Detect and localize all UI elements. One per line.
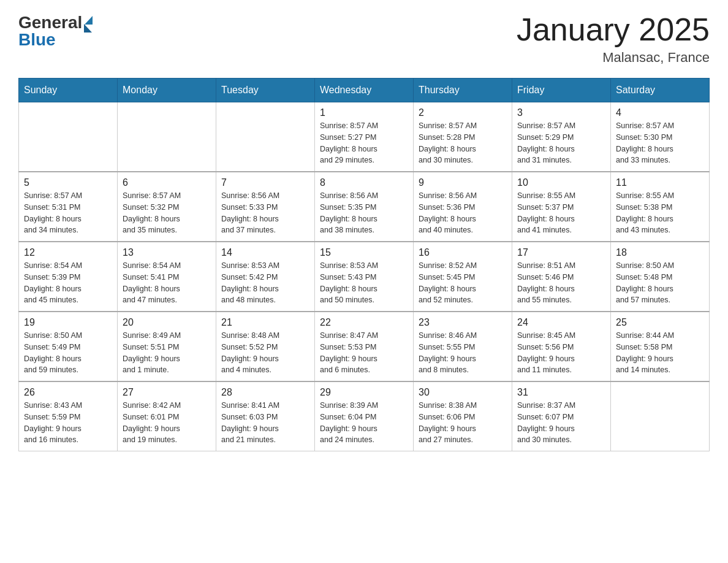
day-number: 29 <box>320 387 408 398</box>
day-info: Sunrise: 8:57 AM Sunset: 5:32 PM Dayligh… <box>123 190 211 236</box>
day-info: Sunrise: 8:53 AM Sunset: 5:42 PM Dayligh… <box>221 260 309 306</box>
calendar-cell: 26Sunrise: 8:43 AM Sunset: 5:59 PM Dayli… <box>19 381 118 451</box>
logo-general-text: General <box>18 13 82 33</box>
day-number: 31 <box>517 387 605 398</box>
calendar-cell: 9Sunrise: 8:56 AM Sunset: 5:36 PM Daylig… <box>414 172 512 242</box>
calendar-cell: 12Sunrise: 8:54 AM Sunset: 5:39 PM Dayli… <box>19 242 118 312</box>
calendar-cell: 6Sunrise: 8:57 AM Sunset: 5:32 PM Daylig… <box>118 172 216 242</box>
day-number: 13 <box>123 247 211 258</box>
day-number: 11 <box>616 177 704 188</box>
column-header-tuesday: Tuesday <box>216 79 315 102</box>
day-info: Sunrise: 8:54 AM Sunset: 5:41 PM Dayligh… <box>123 260 211 306</box>
day-number: 23 <box>419 317 507 328</box>
calendar-cell: 21Sunrise: 8:48 AM Sunset: 5:52 PM Dayli… <box>216 312 315 381</box>
day-number: 2 <box>419 107 507 118</box>
day-info: Sunrise: 8:51 AM Sunset: 5:46 PM Dayligh… <box>517 260 605 306</box>
day-info: Sunrise: 8:56 AM Sunset: 5:36 PM Dayligh… <box>419 190 507 236</box>
calendar-cell <box>118 102 216 172</box>
calendar-cell: 14Sunrise: 8:53 AM Sunset: 5:42 PM Dayli… <box>216 242 315 312</box>
day-number: 12 <box>24 247 112 258</box>
day-number: 30 <box>419 387 507 398</box>
day-info: Sunrise: 8:54 AM Sunset: 5:39 PM Dayligh… <box>24 260 112 306</box>
day-info: Sunrise: 8:50 AM Sunset: 5:49 PM Dayligh… <box>24 330 112 376</box>
calendar-cell: 28Sunrise: 8:41 AM Sunset: 6:03 PM Dayli… <box>216 381 315 451</box>
day-info: Sunrise: 8:53 AM Sunset: 5:43 PM Dayligh… <box>320 260 408 306</box>
calendar-cell <box>216 102 315 172</box>
column-header-friday: Friday <box>512 79 611 102</box>
day-info: Sunrise: 8:41 AM Sunset: 6:03 PM Dayligh… <box>221 400 309 446</box>
calendar-cell: 4Sunrise: 8:57 AM Sunset: 5:30 PM Daylig… <box>611 102 710 172</box>
calendar-cell: 11Sunrise: 8:55 AM Sunset: 5:38 PM Dayli… <box>611 172 710 242</box>
column-header-sunday: Sunday <box>19 79 118 102</box>
calendar-week-row: 12Sunrise: 8:54 AM Sunset: 5:39 PM Dayli… <box>19 242 710 312</box>
calendar-cell: 10Sunrise: 8:55 AM Sunset: 5:37 PM Dayli… <box>512 172 611 242</box>
day-number: 19 <box>24 317 112 328</box>
column-header-saturday: Saturday <box>611 79 710 102</box>
calendar-cell <box>19 102 118 172</box>
column-header-monday: Monday <box>118 79 216 102</box>
day-number: 7 <box>221 177 309 188</box>
day-info: Sunrise: 8:45 AM Sunset: 5:56 PM Dayligh… <box>517 330 605 376</box>
day-number: 25 <box>616 317 704 328</box>
calendar-subtitle: Malansac, France <box>517 50 710 66</box>
calendar-cell: 24Sunrise: 8:45 AM Sunset: 5:56 PM Dayli… <box>512 312 611 381</box>
page-header: General Blue January 2025 Malansac, Fran… <box>18 12 710 66</box>
day-info: Sunrise: 8:37 AM Sunset: 6:07 PM Dayligh… <box>517 400 605 446</box>
calendar-cell: 17Sunrise: 8:51 AM Sunset: 5:46 PM Dayli… <box>512 242 611 312</box>
day-info: Sunrise: 8:55 AM Sunset: 5:37 PM Dayligh… <box>517 190 605 236</box>
calendar-week-row: 19Sunrise: 8:50 AM Sunset: 5:49 PM Dayli… <box>19 312 710 381</box>
day-number: 1 <box>320 107 408 118</box>
calendar-cell: 3Sunrise: 8:57 AM Sunset: 5:29 PM Daylig… <box>512 102 611 172</box>
calendar-cell: 7Sunrise: 8:56 AM Sunset: 5:33 PM Daylig… <box>216 172 315 242</box>
day-info: Sunrise: 8:56 AM Sunset: 5:33 PM Dayligh… <box>221 190 309 236</box>
calendar-cell: 1Sunrise: 8:57 AM Sunset: 5:27 PM Daylig… <box>315 102 414 172</box>
day-info: Sunrise: 8:57 AM Sunset: 5:28 PM Dayligh… <box>419 120 507 166</box>
day-info: Sunrise: 8:46 AM Sunset: 5:55 PM Dayligh… <box>419 330 507 376</box>
column-header-wednesday: Wednesday <box>315 79 414 102</box>
calendar-cell: 5Sunrise: 8:57 AM Sunset: 5:31 PM Daylig… <box>19 172 118 242</box>
day-info: Sunrise: 8:48 AM Sunset: 5:52 PM Dayligh… <box>221 330 309 376</box>
day-number: 22 <box>320 317 408 328</box>
day-info: Sunrise: 8:50 AM Sunset: 5:48 PM Dayligh… <box>616 260 704 306</box>
day-number: 26 <box>24 387 112 398</box>
calendar-header-row: SundayMondayTuesdayWednesdayThursdayFrid… <box>19 79 710 102</box>
day-info: Sunrise: 8:57 AM Sunset: 5:27 PM Dayligh… <box>320 120 408 166</box>
calendar-cell: 23Sunrise: 8:46 AM Sunset: 5:55 PM Dayli… <box>414 312 512 381</box>
day-number: 4 <box>616 107 704 118</box>
calendar-cell: 16Sunrise: 8:52 AM Sunset: 5:45 PM Dayli… <box>414 242 512 312</box>
day-number: 27 <box>123 387 211 398</box>
day-number: 14 <box>221 247 309 258</box>
calendar-cell: 29Sunrise: 8:39 AM Sunset: 6:04 PM Dayli… <box>315 381 414 451</box>
day-info: Sunrise: 8:52 AM Sunset: 5:45 PM Dayligh… <box>419 260 507 306</box>
calendar-week-row: 1Sunrise: 8:57 AM Sunset: 5:27 PM Daylig… <box>19 102 710 172</box>
calendar-cell: 20Sunrise: 8:49 AM Sunset: 5:51 PM Dayli… <box>118 312 216 381</box>
day-info: Sunrise: 8:39 AM Sunset: 6:04 PM Dayligh… <box>320 400 408 446</box>
calendar-cell: 27Sunrise: 8:42 AM Sunset: 6:01 PM Dayli… <box>118 381 216 451</box>
day-info: Sunrise: 8:57 AM Sunset: 5:31 PM Dayligh… <box>24 190 112 236</box>
title-section: January 2025 Malansac, France <box>517 12 710 66</box>
calendar-cell: 19Sunrise: 8:50 AM Sunset: 5:49 PM Dayli… <box>19 312 118 381</box>
day-number: 24 <box>517 317 605 328</box>
day-info: Sunrise: 8:56 AM Sunset: 5:35 PM Dayligh… <box>320 190 408 236</box>
logo-blue-text: Blue <box>18 30 93 50</box>
calendar-cell: 22Sunrise: 8:47 AM Sunset: 5:53 PM Dayli… <box>315 312 414 381</box>
calendar-cell <box>611 381 710 451</box>
day-info: Sunrise: 8:49 AM Sunset: 5:51 PM Dayligh… <box>123 330 211 376</box>
day-info: Sunrise: 8:38 AM Sunset: 6:06 PM Dayligh… <box>419 400 507 446</box>
day-number: 9 <box>419 177 507 188</box>
calendar-cell: 31Sunrise: 8:37 AM Sunset: 6:07 PM Dayli… <box>512 381 611 451</box>
calendar-cell: 8Sunrise: 8:56 AM Sunset: 5:35 PM Daylig… <box>315 172 414 242</box>
calendar-cell: 25Sunrise: 8:44 AM Sunset: 5:58 PM Dayli… <box>611 312 710 381</box>
logo-wrapper: General Blue <box>18 12 93 50</box>
column-header-thursday: Thursday <box>414 79 512 102</box>
day-info: Sunrise: 8:57 AM Sunset: 5:30 PM Dayligh… <box>616 120 704 166</box>
calendar-week-row: 5Sunrise: 8:57 AM Sunset: 5:31 PM Daylig… <box>19 172 710 242</box>
calendar-table: SundayMondayTuesdayWednesdayThursdayFrid… <box>18 78 710 451</box>
day-info: Sunrise: 8:55 AM Sunset: 5:38 PM Dayligh… <box>616 190 704 236</box>
day-number: 18 <box>616 247 704 258</box>
day-number: 10 <box>517 177 605 188</box>
day-info: Sunrise: 8:42 AM Sunset: 6:01 PM Dayligh… <box>123 400 211 446</box>
day-number: 21 <box>221 317 309 328</box>
day-number: 8 <box>320 177 408 188</box>
calendar-cell: 15Sunrise: 8:53 AM Sunset: 5:43 PM Dayli… <box>315 242 414 312</box>
